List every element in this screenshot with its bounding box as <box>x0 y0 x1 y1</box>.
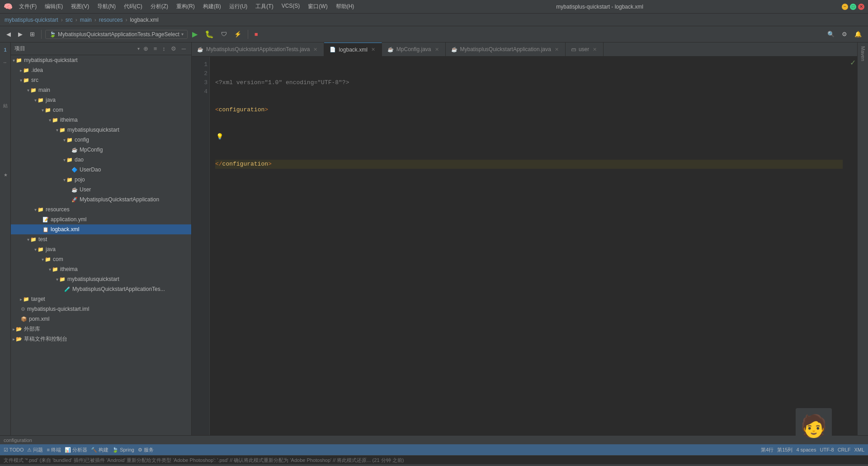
debug-button[interactable]: 🐛 <box>202 28 217 40</box>
menu-analyze[interactable]: 分析(Z) <box>147 2 172 11</box>
tab-mybatisplus-app[interactable]: ☕ MybatisplusQuickstartApplication.java … <box>446 43 566 56</box>
services-status[interactable]: ⚙ 服务 <box>138 447 154 453</box>
tab-mybatisplus-tests[interactable]: ☕ MybatisplusQuickstartApplicationTests.… <box>192 43 324 56</box>
maven-panel-label[interactable]: Maven <box>859 43 868 65</box>
tree-item-external-libs[interactable]: ▸📂外部库 <box>11 324 191 334</box>
breadcrumb-root[interactable]: mybatisplus-quickstart <box>5 17 58 23</box>
collapse-all-icon[interactable]: ≡ <box>152 44 159 53</box>
tree-item-java[interactable]: ▾📁java <box>11 95 191 105</box>
menu-vcs[interactable]: VCS(S) <box>278 2 304 11</box>
add-icon[interactable]: ⊕ <box>142 44 150 53</box>
menu-build[interactable]: 构建(B) <box>199 2 225 11</box>
menu-run[interactable]: 运行(U) <box>226 2 251 11</box>
tree-item-test-mybatisplusquickstart[interactable]: ▾📁mybatisplusquickstart <box>11 274 191 284</box>
structure-panel-btn[interactable]: 結 <box>1 97 9 103</box>
minimize-button[interactable]: − <box>842 4 848 10</box>
maximize-button[interactable]: □ <box>850 4 856 10</box>
tree-item-mybatisplusquickstart[interactable]: ▾📁mybatisplusquickstart <box>11 125 191 135</box>
run-button[interactable]: ▶ <box>189 28 200 40</box>
tree-item-resources[interactable]: ▾📁resources <box>11 204 191 214</box>
menu-help[interactable]: 帮助(H) <box>332 2 358 11</box>
updates-button[interactable]: 🔔 <box>852 29 864 39</box>
tab-mpconfig[interactable]: ☕ MpConfig.java ✕ <box>382 43 446 56</box>
tree-item-main[interactable]: ▾📁main <box>11 85 191 95</box>
tree-item-target[interactable]: ▸📁target <box>11 294 191 304</box>
tree-item-MpConfig[interactable]: ☕MpConfig <box>11 145 191 155</box>
encoding-status[interactable]: UTF-8 <box>820 447 834 452</box>
breadcrumb-src[interactable]: src <box>66 17 73 23</box>
toolbar-back-button[interactable]: ◀ <box>4 29 14 39</box>
tree-label-external-libs: 外部库 <box>24 325 40 333</box>
terminal-status[interactable]: ≡ 终端 <box>47 447 61 453</box>
tab-user-db[interactable]: 🗃 user ✕ <box>566 43 604 56</box>
todo-status[interactable]: ☑ TODO <box>4 447 24 453</box>
tree-item-dao[interactable]: ▾📁dao <box>11 155 191 165</box>
breadcrumb-resources[interactable]: resources <box>99 17 123 23</box>
tab-close-btn[interactable]: ✕ <box>370 46 376 53</box>
line-ending-status[interactable]: CRLF <box>838 447 851 452</box>
stop-button[interactable]: ■ <box>252 29 261 39</box>
profile-button[interactable]: ⚡ <box>231 29 244 39</box>
lang-status[interactable]: XML <box>854 447 864 452</box>
tree-item-logback.xml[interactable]: 📋logback.xml <box>11 224 191 234</box>
coverage-button[interactable]: 🛡 <box>218 29 230 39</box>
tab-close-btn[interactable]: ✕ <box>592 46 598 53</box>
line-col-status[interactable]: 第4行 <box>761 447 774 453</box>
commit-panel-btn[interactable]: ↕ <box>2 59 9 67</box>
tree-item-pojo[interactable]: ▾📁pojo <box>11 175 191 185</box>
build-status[interactable]: 🔨 构建 <box>91 447 108 453</box>
project-panel-btn[interactable]: 1 <box>3 44 7 55</box>
run-configuration-selector[interactable]: 🍃 MybatisplusQuickstartApplicationTests.… <box>45 30 188 39</box>
menu-edit[interactable]: 编辑(E) <box>41 2 66 11</box>
menu-view[interactable]: 视图(V) <box>67 2 93 11</box>
tree-item-config[interactable]: ▾📁config <box>11 135 191 145</box>
tab-logback[interactable]: 📄 logback.xml ✕ <box>324 43 382 56</box>
problems-status[interactable]: ⚠ 问题 <box>27 447 43 453</box>
tree-item-mybatisplus-quickstart.iml[interactable]: ⚙mybatisplus-quickstart.iml <box>11 304 191 314</box>
bottom-breadcrumb: configuration <box>0 435 868 444</box>
breadcrumb-file[interactable]: logback.xml <box>130 17 158 23</box>
toolbar-forward-button[interactable]: ▶ <box>15 29 25 39</box>
menu-file[interactable]: 文件(F) <box>15 2 40 11</box>
tree-item-src[interactable]: ▾📁src <box>11 75 191 85</box>
sidebar-settings-icon[interactable]: ⚙ <box>169 44 178 53</box>
search-everywhere-button[interactable]: 🔍 <box>825 29 837 39</box>
tree-item-pom.xml[interactable]: 📦pom.xml <box>11 314 191 324</box>
settings-button[interactable]: ⚙ <box>839 29 850 39</box>
tree-item-MybatisplusQuickstartApplication[interactable]: 🚀MybatisplusQuickstartApplication <box>11 195 191 204</box>
sidebar-close-icon[interactable]: ─ <box>180 44 188 53</box>
close-button[interactable]: ✕ <box>858 4 864 10</box>
expand-icon[interactable]: ↕ <box>160 44 167 53</box>
tree-item-root[interactable]: ▾📁mybatisplus-quickstart <box>11 55 191 65</box>
tree-item-scratch[interactable]: ▸📂草稿文件和控制台 <box>11 334 191 344</box>
tab-close-btn[interactable]: ✕ <box>312 46 318 53</box>
profiler-status[interactable]: 📊 分析器 <box>65 447 87 453</box>
tab-close-btn[interactable]: ✕ <box>434 46 440 53</box>
code-content[interactable]: <?xml version="1.0" encoding="UTF-8"?> <… <box>210 57 848 435</box>
toolbar-recent-files-button[interactable]: ⊞ <box>27 29 38 39</box>
spaces-status[interactable]: 4 spaces <box>796 447 816 452</box>
notification-text: 文件模式 '*.psd' (来自 'bundled' 插件)已被插件 'Andr… <box>4 457 404 463</box>
menu-window[interactable]: 窗口(W) <box>304 2 331 11</box>
spring-status[interactable]: 🍃 Spring <box>112 447 134 453</box>
tree-item-User[interactable]: ☕User <box>11 185 191 195</box>
col-status[interactable]: 第15列 <box>777 447 793 453</box>
tree-item-test-itheima[interactable]: ▾📁itheima <box>11 264 191 274</box>
menu-refactor[interactable]: 重构(R) <box>173 2 198 11</box>
tree-item-test-java[interactable]: ▾📁java <box>11 244 191 254</box>
tree-item-idea[interactable]: ▸📁.idea <box>11 65 191 75</box>
tree-item-test-com[interactable]: ▾📁com <box>11 254 191 264</box>
menu-tools[interactable]: 工具(T) <box>252 2 277 11</box>
tree-item-com[interactable]: ▾📁com <box>11 105 191 115</box>
tree-item-itheima[interactable]: ▾📁itheima <box>11 115 191 125</box>
tab-close-btn[interactable]: ✕ <box>554 46 560 53</box>
menu-code[interactable]: 代码(C) <box>120 2 146 11</box>
tree-item-application.yml[interactable]: 📝application.yml <box>11 214 191 224</box>
bookmarks-panel-btn[interactable]: ★ <box>2 170 9 180</box>
menu-navigate[interactable]: 导航(N) <box>94 2 119 11</box>
tree-item-MybatisplusQuickstartApplicationTes[interactable]: 🧪MybatisplusQuickstartApplicationTes... <box>11 284 191 294</box>
breadcrumb-main[interactable]: main <box>80 17 92 23</box>
tree-label-main: main <box>38 87 50 93</box>
tree-item-test[interactable]: ▾📁test <box>11 234 191 244</box>
tree-item-UserDao[interactable]: 🔷UserDao <box>11 165 191 175</box>
